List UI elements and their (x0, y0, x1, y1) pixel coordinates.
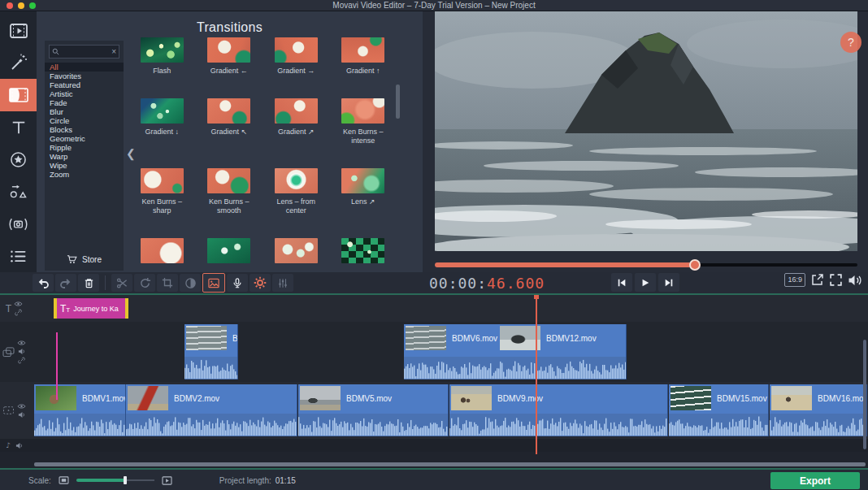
eye-icon[interactable] (17, 340, 26, 346)
store-button[interactable]: Store (45, 254, 124, 264)
seek-handle[interactable] (689, 259, 701, 271)
eye-icon[interactable] (17, 403, 26, 410)
fullscreen-icon[interactable] (829, 273, 843, 287)
audio-track-body[interactable] (28, 439, 868, 452)
transition-item[interactable]: Gradient ↗ (272, 98, 319, 145)
clip-bdmv16-mov[interactable]: BDMV16.mov (770, 384, 867, 436)
overlay-track-body[interactable]: BIBDMV6.movBDMV12.mov (28, 322, 868, 382)
category-favorites[interactable]: Favorites (45, 72, 124, 80)
close-window-button[interactable] (7, 2, 13, 9)
undo-button[interactable] (33, 274, 54, 292)
transition-item[interactable] (138, 238, 185, 267)
grid-scrollbar[interactable] (396, 85, 400, 119)
title-clip[interactable]: TT Journey to Ka (54, 298, 128, 319)
horizontal-scrollbar[interactable] (34, 462, 866, 466)
transition-item[interactable]: Lens ↗ (340, 168, 387, 215)
transition-item[interactable]: Ken Burns – smooth (206, 168, 253, 215)
split-button[interactable] (111, 274, 132, 292)
sidebar-item-filters[interactable] (0, 47, 37, 80)
help-button[interactable]: ? (840, 32, 861, 53)
zoom-out-frames-icon[interactable] (59, 476, 69, 484)
category-featured[interactable]: Featured (45, 80, 124, 89)
clip-bdmv1-mov[interactable]: BDMV1.mov (34, 384, 126, 436)
category-artistic[interactable]: Artistic (45, 89, 124, 98)
image-properties-button[interactable] (202, 273, 225, 293)
audio-levels-button[interactable] (272, 274, 293, 292)
speaker-icon[interactable] (18, 348, 25, 355)
clip-bdmv15-mov[interactable]: BDMV15.mov (669, 384, 769, 436)
category-blur[interactable]: Blur (45, 107, 124, 116)
category-warp[interactable]: Warp (45, 152, 124, 161)
rotate-button[interactable] (134, 274, 155, 292)
clip-properties-button[interactable] (250, 274, 271, 292)
transition-item[interactable]: Ken Burns – intense (340, 98, 387, 145)
sidebar-item-motion-tools[interactable] (0, 208, 37, 241)
category-blocks[interactable]: Blocks (45, 125, 124, 134)
video-track-body[interactable]: BDMV1.movBDMV2.movBDMV5.movBDMV9.movBDMV… (28, 382, 868, 439)
speaker-icon[interactable] (18, 411, 25, 418)
minimize-window-button[interactable] (18, 2, 24, 9)
speaker-icon[interactable] (15, 442, 23, 449)
link-icon[interactable] (15, 309, 22, 316)
transition-item[interactable]: Gradient ↖ (206, 98, 253, 145)
clip-bi[interactable]: BI (184, 324, 238, 379)
previous-frame-button[interactable] (611, 273, 632, 292)
category-fade[interactable]: Fade (45, 98, 124, 107)
title-track-body[interactable]: TT Journey to Ka (28, 295, 868, 322)
clip-label: BDMV15.mov (717, 394, 767, 403)
crop-button[interactable] (157, 274, 178, 292)
search-input[interactable] (59, 47, 111, 57)
transition-item[interactable]: Gradient ← (206, 37, 253, 76)
category-ripple[interactable]: Ripple (45, 143, 124, 152)
transition-item[interactable]: Flash (138, 37, 185, 76)
transition-item[interactable]: Gradient ↑ (340, 37, 387, 76)
aspect-ratio-button[interactable]: 16:9 (784, 273, 805, 287)
play-button[interactable] (635, 273, 656, 292)
playhead[interactable] (536, 295, 537, 454)
sidebar-item-more-tools[interactable] (0, 240, 37, 272)
sidebar-item-media[interactable] (0, 15, 37, 47)
clear-search-icon[interactable]: × (111, 48, 116, 56)
vertical-scrollbar[interactable] (863, 340, 866, 449)
transition-item[interactable]: Gradient → (272, 37, 319, 76)
record-voice-button[interactable] (227, 274, 248, 292)
transition-thumbnail (275, 98, 318, 124)
zoom-window-button[interactable] (29, 2, 36, 9)
clip-bdmv9-mov[interactable]: BDMV9.mov (449, 384, 668, 436)
transition-item[interactable] (272, 238, 319, 267)
category-wipe[interactable]: Wipe (45, 161, 124, 170)
detach-player-icon[interactable] (810, 273, 824, 287)
search-box[interactable]: × (49, 45, 119, 59)
redo-button[interactable] (55, 274, 76, 292)
eye-icon[interactable] (14, 301, 23, 307)
scale-slider-handle[interactable] (124, 476, 127, 484)
sidebar-item-titles[interactable] (0, 111, 37, 144)
transition-item[interactable] (340, 238, 387, 267)
seek-bar[interactable] (435, 260, 857, 270)
volume-icon[interactable] (848, 274, 863, 287)
color-adjustments-button[interactable] (180, 274, 201, 292)
transition-item[interactable] (206, 238, 253, 267)
next-frame-button[interactable] (658, 273, 679, 292)
transition-item[interactable]: Ken Burns – sharp (138, 168, 185, 215)
delete-button[interactable] (78, 274, 99, 292)
sidebar-item-stickers[interactable] (0, 144, 37, 176)
category-zoom[interactable]: Zoom (45, 170, 124, 179)
category-circle[interactable]: Circle (45, 116, 124, 125)
link-icon[interactable] (18, 357, 25, 364)
transition-item[interactable]: Gradient ↓ (138, 98, 185, 145)
clip-bdmv6-mov[interactable]: BDMV6.mov (404, 324, 499, 379)
clip-bdmv5-mov[interactable]: BDMV5.mov (298, 384, 449, 436)
transition-item[interactable]: Lens – from center (272, 168, 319, 215)
sidebar-item-callouts[interactable] (0, 176, 37, 208)
zoom-in-frames-icon[interactable] (162, 476, 172, 485)
category-all[interactable]: All (45, 63, 124, 72)
scale-slider[interactable] (76, 476, 154, 484)
clip-bdmv12-mov[interactable]: BDMV12.mov (498, 324, 627, 379)
sidebar-item-transitions[interactable] (0, 79, 37, 111)
category-geometric[interactable]: Geometric (45, 134, 124, 143)
clip-waveform (669, 414, 768, 436)
export-button[interactable]: Export (770, 472, 860, 489)
transition-thumbnail (207, 37, 250, 63)
clip-bdmv2-mov[interactable]: BDMV2.mov (126, 384, 297, 436)
